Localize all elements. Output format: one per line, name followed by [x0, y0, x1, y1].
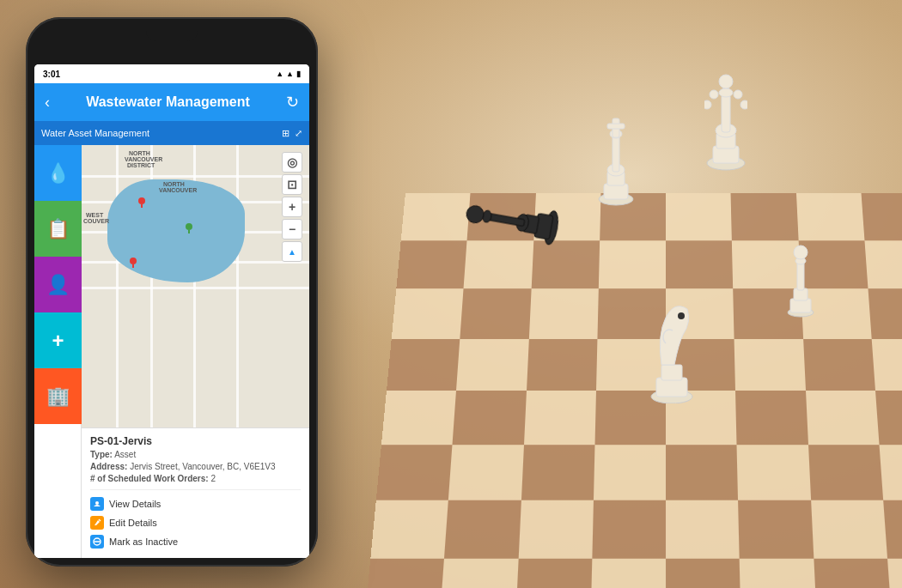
- chess-cell: [448, 445, 523, 500]
- chess-cell: [381, 391, 456, 445]
- sidebar: 💧 📋 👤 + 🏢: [34, 145, 82, 558]
- map-pin-2[interactable]: [185, 222, 193, 234]
- chess-cell: [401, 193, 471, 239]
- address-value: Jervis Street, Vancouver, BC, V6E1V3: [130, 462, 275, 471]
- chess-cell: [524, 391, 596, 445]
- sidebar-item-building[interactable]: 🏢: [34, 368, 82, 424]
- chess-piece-white-queen: [704, 69, 747, 175]
- chess-cell: [883, 500, 902, 559]
- sidebar-item-add[interactable]: +: [34, 312, 82, 368]
- add-icon: +: [52, 329, 64, 353]
- sidebar-item-water[interactable]: 💧: [34, 145, 82, 201]
- map-controls: ◎ ⊡ + − ▲: [282, 152, 302, 262]
- asset-work-orders: # of Scheduled Work Orders: 2: [90, 473, 301, 485]
- chess-cell: [864, 240, 902, 288]
- chess-cell: [370, 500, 448, 559]
- map-label-vancouver: VANCOUVER: [159, 187, 197, 193]
- chess-cell: [387, 339, 460, 391]
- info-divider: [90, 489, 301, 490]
- view-details-label: View Details: [109, 499, 161, 509]
- map-pin-1[interactable]: [137, 197, 146, 209]
- svg-point-6: [719, 75, 733, 88]
- water-icon: 💧: [46, 162, 70, 185]
- svg-rect-15: [613, 136, 619, 172]
- map-label-couver: COUVER: [83, 218, 109, 224]
- edit-details-icon: [90, 516, 104, 530]
- status-time: 3:01: [43, 70, 60, 79]
- chess-cell: [738, 500, 814, 559]
- building-icon: 🏢: [46, 385, 70, 408]
- chess-cell: [868, 288, 902, 338]
- phone-body: 3:01 ▲ ▲ ▮ ‹ Wastewater Management ↻ Wat…: [26, 17, 318, 567]
- sidebar-item-users[interactable]: 👤: [34, 257, 82, 312]
- svg-point-37: [186, 223, 192, 230]
- chess-cell: [734, 339, 806, 391]
- map-area[interactable]: NORTH VANCOUVER DISTRICT NORTH VANCOUVER…: [82, 145, 309, 558]
- chess-cell: [740, 558, 816, 588]
- chess-cell: [531, 240, 600, 288]
- map-label-district: DISTRICT: [127, 162, 155, 168]
- map-label-west: WEST: [86, 212, 103, 218]
- chess-cell: [806, 391, 880, 445]
- sub-header-title: Water Asset Management: [41, 128, 149, 138]
- navigate-button[interactable]: ▲: [282, 241, 302, 262]
- chess-cell: [521, 445, 594, 500]
- svg-rect-12: [604, 184, 628, 199]
- chess-cell: [666, 240, 733, 288]
- asset-info-popup: PS-01-Jervis Type: Asset Address: Jervis…: [82, 427, 309, 558]
- chess-cell: [811, 500, 887, 559]
- svg-point-35: [794, 246, 808, 259]
- chess-board-grid: [365, 193, 902, 588]
- expand-icon[interactable]: ⤢: [295, 128, 302, 139]
- status-icons: ▲ ▲ ▮: [276, 70, 301, 78]
- sub-header: Water Asset Management ⊞ ⤢: [34, 121, 309, 145]
- mark-inactive-action[interactable]: Mark as Inactive: [90, 532, 301, 551]
- zoom-out-button[interactable]: −: [282, 219, 302, 239]
- chess-cell: [365, 558, 445, 588]
- asset-title: PS-01-Jervis: [90, 435, 301, 447]
- checklist-icon: 📋: [46, 218, 70, 240]
- chess-cell: [796, 193, 865, 239]
- grid-view-icon[interactable]: ⊞: [282, 128, 289, 139]
- chess-cell: [803, 339, 875, 391]
- zoom-in-button[interactable]: +: [282, 197, 302, 217]
- svg-rect-4: [722, 94, 730, 132]
- chess-cell: [594, 445, 666, 500]
- svg-point-8: [734, 90, 742, 99]
- edit-details-action[interactable]: Edit Details: [90, 513, 301, 532]
- locate-button[interactable]: ◎: [282, 152, 302, 173]
- phone-screen: 3:01 ▲ ▲ ▮ ‹ Wastewater Management ↻ Wat…: [34, 64, 309, 558]
- chess-cell: [887, 558, 902, 588]
- battery-icon: ▮: [296, 70, 301, 78]
- svg-point-36: [138, 197, 145, 204]
- map-water-body: [107, 179, 245, 282]
- svg-point-7: [710, 90, 718, 99]
- chess-cell: [527, 339, 598, 391]
- view-details-action[interactable]: View Details: [90, 494, 301, 513]
- chess-cell: [861, 193, 902, 239]
- chess-cell: [666, 500, 740, 559]
- svg-point-9: [704, 100, 711, 109]
- chess-cell: [731, 193, 798, 239]
- map-pin-3[interactable]: [129, 257, 137, 269]
- chess-cell: [376, 445, 453, 500]
- chess-piece-white-king: [597, 112, 636, 209]
- svg-rect-23: [488, 214, 525, 227]
- sub-header-controls: ⊞ ⤢: [282, 128, 302, 139]
- work-orders-value: 2: [210, 474, 216, 483]
- mark-inactive-icon: [90, 535, 104, 549]
- frame-button[interactable]: ⊡: [282, 174, 302, 195]
- mark-inactive-label: Mark as Inactive: [109, 536, 178, 547]
- chess-cell: [879, 445, 902, 500]
- chess-cell: [666, 558, 741, 588]
- address-label: Address:: [90, 462, 127, 471]
- asset-type: Type: Asset: [90, 449, 301, 461]
- chess-cell: [515, 558, 592, 588]
- chess-cell: [666, 445, 738, 500]
- sidebar-item-checklist[interactable]: 📋: [34, 201, 82, 257]
- refresh-button[interactable]: ↻: [286, 93, 299, 112]
- chess-cell: [871, 339, 902, 391]
- back-button[interactable]: ‹: [45, 94, 50, 112]
- svg-rect-28: [661, 365, 682, 380]
- svg-point-5: [719, 88, 733, 97]
